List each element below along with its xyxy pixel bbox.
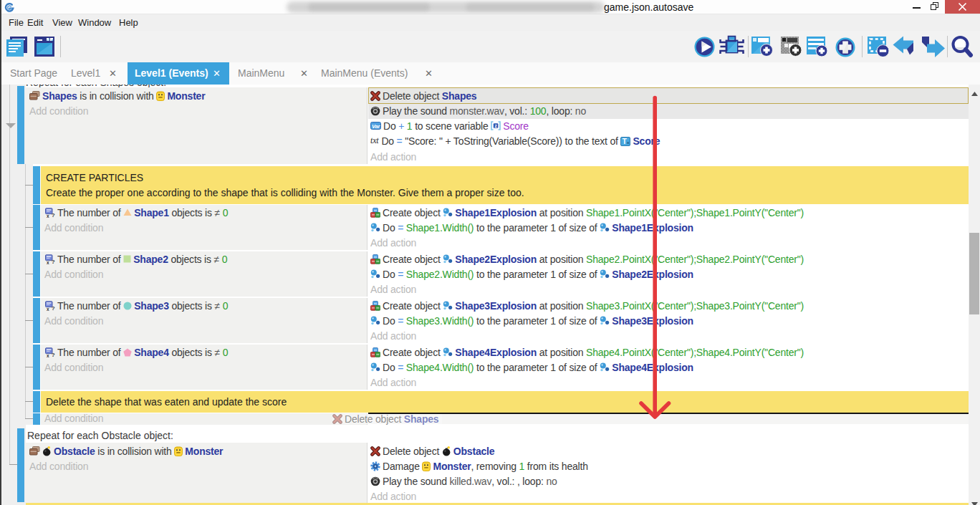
svg-text:x: x [47,213,49,217]
svg-text:?: ? [52,352,55,357]
svg-text:Var: Var [372,123,380,130]
svg-text:T: T [623,138,627,145]
svg-text:x: x [47,259,49,264]
svg-text:?: ? [52,305,55,311]
svg-text:?: ? [52,259,55,264]
svg-text:?: ? [52,212,55,218]
svg-text:x: x [47,352,49,357]
svg-text:x: x [47,306,49,310]
